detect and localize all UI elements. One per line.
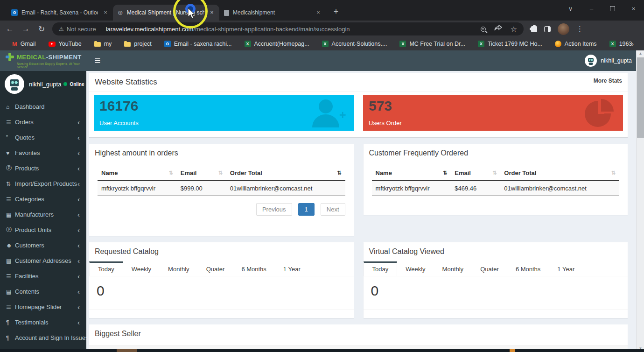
sidebar-item[interactable]: ▤ Contents ‹ [0,284,86,299]
column-header[interactable]: Email ⇅ [177,166,226,180]
virtual-catalog-card: Virtual Catalog Viewed Today Weekly Mont… [364,242,628,318]
bookmark-item[interactable]: M Gmail [12,41,36,48]
catalog-tab[interactable]: Quater [472,261,507,276]
bookmark-item[interactable]: X Accruent-Solutions.... [322,41,387,47]
side-panel-icon[interactable] [544,26,551,32]
column-label: Email [181,169,197,176]
share-icon[interactable] [494,25,502,33]
app-header: MEDICAL-SHIPMENT Nursing Education Suppl… [0,50,644,71]
cell-order-total: 01williambrinker@comcast.net [226,181,345,196]
bookmark-item[interactable]: Action Items [555,41,597,47]
catalog-tab[interactable]: 1 Year [275,261,309,276]
previous-page-button[interactable]: Previous [256,203,292,216]
catalog-tab[interactable]: Weekly [397,261,434,276]
bookmark-item[interactable]: X Accruent(Homepag... [245,41,309,47]
catalog-tab[interactable]: Today [89,261,123,276]
catalog-tab[interactable]: 6 Months [233,261,274,276]
sidebar-item[interactable]: ☰ Facilities ‹ [0,268,86,284]
close-icon[interactable]: × [623,0,644,17]
bookmark-item[interactable]: my [94,41,112,47]
chevron-left-icon: ‹ [77,149,80,157]
sidebar-item[interactable]: ☰ Homepage Slider ‹ [0,299,86,315]
close-icon[interactable]: × [102,9,109,16]
hamburger-icon[interactable]: ☰ [88,50,107,71]
sidebar-item[interactable]: ☰ Categories ‹ [0,191,86,207]
bookmark-item[interactable]: X MC Free Trial on Dr... [399,41,465,47]
browser-tab-medicalshipment[interactable]: Medicalshipment × [219,5,326,21]
browser-tab-medical-shipment[interactable]: ⊕ Medical Shipment | Nursing scho × [113,5,219,21]
forward-icon[interactable]: → [20,23,32,35]
bookmark-item[interactable]: X Ticket 1769 MC Ho... [478,41,542,47]
zoom-icon[interactable] [481,27,486,32]
bookmark-item[interactable]: o Email - saxena rachi... [164,41,232,47]
product-icon: Ⓟ [6,164,15,172]
overflow-icon[interactable]: » [630,40,634,48]
minimize-icon[interactable]: – [581,0,602,17]
header-user-menu[interactable]: nikhil_gupta [585,50,632,71]
sidebar-item[interactable]: ☻ Customers ‹ [0,238,86,253]
column-header[interactable]: Name ⇅ [98,166,177,180]
bookmark-item[interactable]: YouTube [49,41,82,47]
tab-title: Medicalshipment [233,9,311,16]
excel-icon: X [609,41,616,47]
browser-toolbar: ← → ↻ ⚠ Not secure laraveldev.medicalshi… [0,21,644,37]
sidebar-item[interactable]: Ⓟ Products ‹ [0,161,86,176]
column-header[interactable]: Order Total ⇅ [226,166,345,180]
scrollbar-thumb[interactable] [637,57,644,138]
sidebar: nikhil_gupta Online ⌂ Dashboard ‹ ☰ Orde… [0,71,86,352]
address-bar[interactable]: ⚠ Not secure laraveldev.medicalshipment.… [52,22,524,35]
column-header[interactable]: Email ⇅ [451,166,500,180]
sidebar-item-label: Products [15,165,39,172]
reload-icon[interactable]: ↻ [35,23,48,35]
excel-icon: X [478,41,484,47]
kebab-menu-icon[interactable]: ⋮ [576,25,583,33]
catalog-tab[interactable]: Monthly [160,261,198,276]
sidebar-item[interactable]: ⌂ Dashboard ‹ [0,99,86,114]
stat-box-users-order: 573 Users Order [363,95,623,131]
sidebar-item-label: Categories [15,196,44,203]
more-stats-link[interactable]: More Stats [594,77,622,84]
sidebar-item[interactable]: ▤ Customer Addresses ‹ [0,253,86,268]
bookmark-item[interactable]: project [124,41,152,47]
browser-tab-outlook[interactable]: o Email - Rachit, Saxena - Outlook × [7,5,113,21]
catalog-tab[interactable]: Today [364,261,398,276]
security-chip[interactable]: ⚠ Not secure [59,26,96,33]
online-status-dot [63,82,67,86]
chevron-down-icon[interactable]: ∨ [560,0,581,17]
scroll-up-arrow[interactable]: ▲ [637,50,644,57]
catalog-tab[interactable]: Monthly [434,261,472,276]
user-avatar [5,74,24,94]
sidebar-item[interactable]: ¶ Account and Sign In Issues ‹ [0,330,86,345]
cell-name: mftkryotzk bffgqrvvlr [98,181,177,196]
page-scrollbar[interactable]: ▲ ▼ [636,50,644,352]
column-header[interactable]: Order Total ⇅ [500,166,619,180]
sidebar-item[interactable]: ” Quotes ‹ [0,130,86,145]
close-icon[interactable]: × [208,9,216,16]
profile-avatar[interactable] [558,23,569,35]
close-icon[interactable]: × [315,9,322,16]
catalog-tab[interactable]: 6 Months [507,261,549,276]
sidebar-item[interactable]: ☰ Orders ‹ [0,114,86,130]
plus-icon[interactable]: + [329,6,343,19]
logo-tagline: Nursing Education Supply Experts, At You… [17,62,83,69]
security-label: Not secure [67,26,96,33]
sidebar-item[interactable]: ♥ Favorites ‹ [0,145,86,161]
catalog-tab[interactable]: Weekly [123,261,160,276]
globe-icon: ⊕ [118,9,123,16]
column-header[interactable]: Name ⇅ [372,166,451,180]
page-1-button[interactable]: 1 [298,203,315,216]
bookmark-label: MC Free Trial on Dr... [409,41,465,47]
sidebar-item[interactable]: ⇅ Import/Export Products ‹ [0,176,86,191]
next-page-button[interactable]: Next [321,203,345,216]
bookmark-item[interactable]: X 1963 [609,41,632,47]
sidebar-item[interactable]: ▦ Manufacturers ‹ [0,207,86,222]
app-logo[interactable]: MEDICAL-SHIPMENT Nursing Education Suppl… [0,50,86,71]
sidebar-item[interactable]: Ⓟ Product Units ‹ [0,222,86,238]
back-icon[interactable]: ← [4,23,16,35]
star-icon[interactable]: ☆ [511,25,517,34]
extensions-icon[interactable] [531,26,537,32]
catalog-tab[interactable]: 1 Year [549,261,583,276]
sidebar-item[interactable]: ¶ Testimonials ‹ [0,315,86,330]
catalog-tab[interactable]: Quater [198,261,233,276]
maximize-button[interactable] [602,0,623,17]
